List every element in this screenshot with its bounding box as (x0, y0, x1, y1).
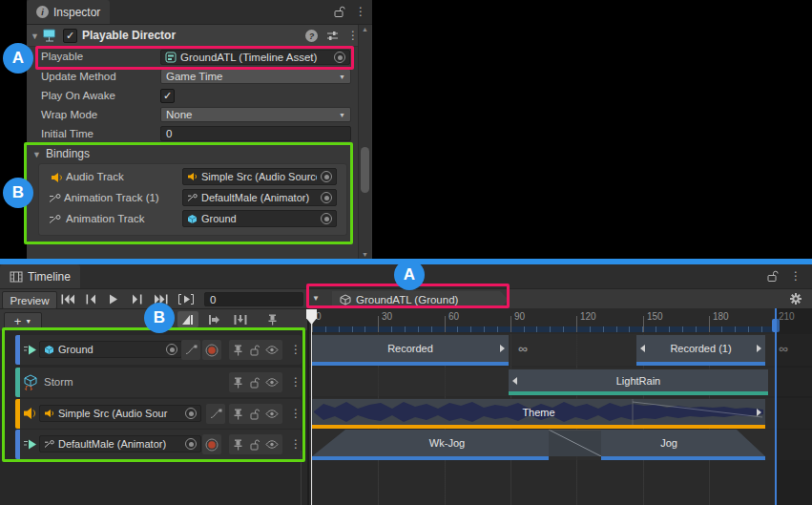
clip-edge-icon (512, 377, 517, 385)
inspector-scrollbar[interactable]: ▲ ▼ (358, 25, 371, 259)
callout-a-timeline: A (394, 260, 425, 290)
clip-jog[interactable]: Jog (601, 430, 737, 456)
ruler-tick (445, 316, 446, 332)
wrap-mode-label: Wrap Mode (41, 109, 97, 120)
ruler-tick (643, 316, 644, 332)
timeline-menu-icon[interactable]: ⋮ (790, 270, 802, 282)
lock-icon[interactable] (767, 270, 779, 283)
clip-label: Recorded (387, 343, 433, 354)
highlight-bindings (24, 142, 353, 244)
clip-label: Jog (660, 437, 677, 449)
callout-a-inspector: A (3, 43, 33, 74)
update-method-value: Game Time (166, 71, 222, 82)
clip-crossfade (549, 430, 601, 456)
presets-icon[interactable] (326, 31, 339, 41)
frame-value: 0 (210, 294, 216, 305)
update-method-dropdown[interactable]: Game Time ▼ (160, 69, 351, 84)
wrap-mode-value: None (166, 109, 193, 120)
highlight-track-list (2, 327, 305, 462)
ripple-mode-button[interactable] (203, 311, 224, 327)
ruler-tick (709, 316, 710, 332)
tab-inspector[interactable]: i Inspector (27, 0, 110, 24)
clip-recorded-1[interactable]: Recorded (1) (636, 335, 765, 366)
foldout-icon[interactable]: ▼ (31, 32, 39, 41)
frame-field[interactable]: 0 (204, 292, 303, 306)
initial-time-field[interactable]: 0 (160, 126, 351, 141)
clip-lightrain[interactable]: LightRain (509, 369, 768, 395)
clip-jog-underline (601, 456, 765, 460)
goto-start-button[interactable] (61, 294, 75, 305)
clip-label: Wk-Jog (429, 437, 465, 449)
screenshot-root: i Inspector ⋮ ▼ ✓ Playable Director ? ⋮ … (0, 0, 812, 505)
component-title: Playable Director (82, 29, 176, 42)
inspector-menu-icon[interactable]: ⋮ (355, 6, 366, 17)
next-frame-button[interactable] (132, 294, 142, 305)
inspector-tabbar: i Inspector ⋮ (27, 0, 372, 25)
ruler-label: 90 (514, 311, 525, 322)
ruler-label: 120 (580, 311, 596, 322)
ruler-tick (510, 316, 511, 332)
ruler-duration-strip (312, 326, 777, 332)
clip-wkjog-underline (312, 456, 549, 460)
play-on-awake-checkbox[interactable]: ✓ (160, 89, 175, 103)
initial-time-value: 0 (166, 128, 172, 139)
tab-timeline[interactable]: Timeline (0, 264, 80, 288)
playhead-line[interactable] (311, 324, 312, 505)
playable-director-icon (42, 29, 57, 42)
out-of-range-overlay (777, 308, 812, 505)
scrollbar-thumb[interactable] (361, 147, 369, 193)
timeline-tab-label: Timeline (28, 270, 71, 284)
clip-recorded[interactable]: Recorded (312, 335, 509, 366)
component-enabled-checkbox[interactable]: ✓ (63, 29, 77, 43)
film-icon (10, 271, 23, 283)
play-range-button[interactable] (177, 294, 195, 305)
ruler-tick (378, 316, 379, 332)
replace-mode-button[interactable] (230, 311, 251, 327)
info-icon: i (36, 6, 49, 18)
clip-wkjog[interactable]: Wk-Jog (345, 430, 549, 456)
chevron-down-icon: ▼ (25, 318, 31, 325)
extrapolation-hold-icon: ∞ (518, 341, 527, 356)
highlight-playable-field (35, 46, 354, 70)
component-header[interactable]: ▼ ✓ Playable Director ? ⋮ (27, 25, 361, 47)
mix-mode-button[interactable] (177, 311, 198, 327)
help-icon[interactable]: ? (305, 30, 318, 42)
clip-edge-icon (757, 409, 761, 416)
clip-label: LightRain (616, 375, 660, 387)
marker-pin-button[interactable] (262, 311, 281, 327)
ruler-label: 180 (713, 311, 729, 322)
callout-b-timeline: B (144, 303, 175, 333)
ruler-label: 150 (647, 311, 663, 322)
scroll-up-icon[interactable]: ▲ (362, 26, 368, 32)
ruler-label: 30 (382, 311, 392, 322)
clip-edge-icon (640, 345, 645, 352)
preview-button[interactable]: Preview (2, 291, 57, 309)
inspector-tab-label: Inspector (53, 6, 100, 19)
scroll-down-icon[interactable]: ▼ (362, 251, 368, 258)
clip-edge-icon (757, 345, 761, 352)
wrap-mode-dropdown[interactable]: None ▼ (160, 107, 351, 122)
initial-time-label: Initial Time (41, 128, 94, 139)
clip-theme[interactable]: Theme (312, 399, 765, 429)
preview-label: Preview (10, 295, 50, 306)
ruler-label: 60 (448, 311, 459, 322)
clip-label: Theme (522, 407, 554, 418)
lock-icon[interactable] (334, 6, 345, 18)
clip-label: Recorded (1) (670, 343, 731, 354)
gear-icon[interactable] (789, 292, 802, 305)
chevron-down-icon: ▼ (339, 74, 345, 80)
chevron-down-icon: ▼ (339, 112, 345, 118)
play-on-awake-label: Play On Awake (41, 90, 115, 101)
callout-b-inspector: B (3, 178, 33, 208)
update-method-label: Update Method (41, 71, 116, 82)
clip-edge-icon (500, 345, 505, 352)
previous-frame-button[interactable] (86, 294, 96, 305)
ruler-tick (576, 316, 577, 332)
play-button[interactable] (109, 294, 118, 305)
plus-icon: + (14, 315, 22, 327)
